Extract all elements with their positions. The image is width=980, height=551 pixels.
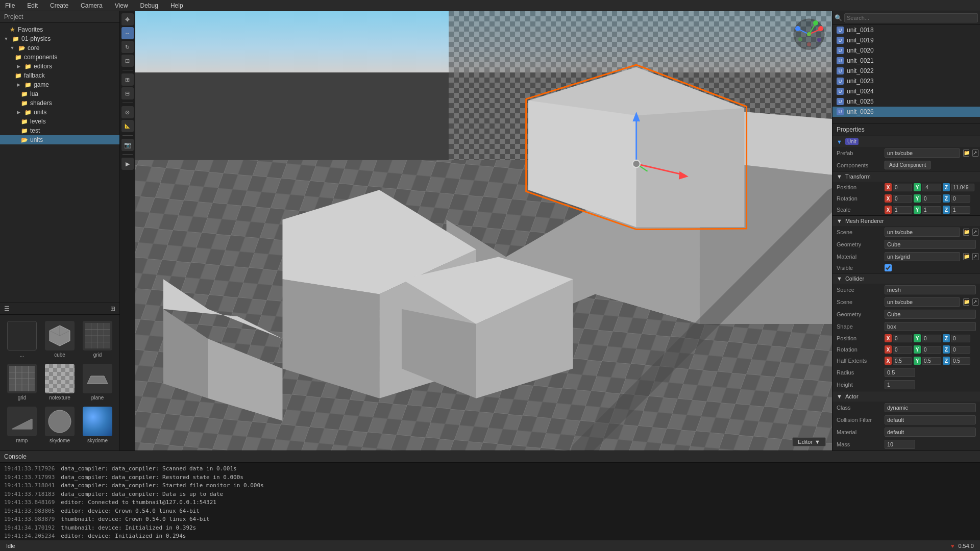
col-scene-input[interactable] bbox=[885, 297, 960, 307]
asset-item-skydome[interactable]: skydome bbox=[42, 405, 78, 445]
asset-grid-icon[interactable]: ⊞ bbox=[110, 305, 115, 312]
scale-x-input[interactable] bbox=[893, 206, 912, 214]
tool-move[interactable]: ↔ bbox=[121, 27, 134, 39]
mr-geometry-select[interactable]: Cube bbox=[885, 240, 976, 249]
col-rot-z[interactable] bbox=[951, 346, 970, 354]
prop-section-transform-header[interactable]: ▼ Transform bbox=[832, 171, 980, 182]
menu-file[interactable]: File bbox=[2, 1, 18, 10]
rotation-x-input[interactable] bbox=[893, 195, 912, 203]
mr-visible-checkbox[interactable] bbox=[885, 264, 892, 271]
col-he-z[interactable] bbox=[951, 357, 970, 365]
tree-shaders[interactable]: 📁 shaders bbox=[0, 98, 119, 108]
tool-grid-small[interactable]: ⊟ bbox=[121, 87, 134, 99]
col-scene-link-icon[interactable]: ↗ bbox=[972, 298, 978, 306]
scene-item-unit0021[interactable]: U unit_0021 bbox=[832, 56, 980, 66]
tree-lua[interactable]: 📁 lua bbox=[0, 89, 119, 98]
prefab-input[interactable] bbox=[885, 148, 960, 158]
asset-item-plane[interactable]: plane bbox=[80, 362, 115, 403]
menu-debug[interactable]: Debug bbox=[137, 1, 161, 10]
tree-01-physics[interactable]: ▼ 📁 01-physics bbox=[0, 34, 119, 43]
scene-item-unit0022[interactable]: U unit_0022 bbox=[832, 66, 980, 76]
tree-units-parent[interactable]: ▶ 📁 units bbox=[0, 108, 119, 117]
mr-scene-folder-icon[interactable]: 📁 bbox=[963, 229, 969, 236]
asset-item-notexture[interactable]: notexture bbox=[42, 362, 78, 403]
actor-material-select[interactable]: default bbox=[885, 428, 976, 437]
col-he-y[interactable] bbox=[922, 357, 941, 365]
scale-z-input[interactable] bbox=[951, 206, 970, 214]
tree-levels[interactable]: 📁 levels bbox=[0, 117, 119, 126]
prop-section-unit-header[interactable]: ▼ Unit bbox=[832, 136, 980, 147]
tree-core[interactable]: ▼ 📂 core bbox=[0, 43, 119, 53]
col-pos-y[interactable] bbox=[922, 335, 941, 342]
prefab-link-icon[interactable]: ↗ bbox=[972, 149, 978, 157]
tool-scale[interactable]: ⊡ bbox=[121, 55, 134, 67]
tree-test[interactable]: 📁 test bbox=[0, 126, 119, 135]
tool-snap[interactable]: ⊘ bbox=[121, 106, 134, 118]
editor-mode-button[interactable]: Editor ▼ bbox=[792, 437, 826, 446]
scene-item-unit0026[interactable]: U unit_0026 bbox=[832, 107, 980, 117]
col-pos-z[interactable] bbox=[951, 335, 970, 342]
col-pos-x[interactable] bbox=[893, 335, 912, 342]
mr-scene-link-icon[interactable]: ↗ bbox=[972, 229, 978, 236]
rotation-y-input[interactable] bbox=[922, 195, 941, 203]
asset-list-icon[interactable]: ☰ bbox=[4, 305, 10, 312]
menu-create[interactable]: Create bbox=[47, 1, 71, 10]
scene-item-unit0018[interactable]: U unit_0018 bbox=[832, 25, 980, 35]
scene-item-unit0020[interactable]: U unit_0020 bbox=[832, 45, 980, 56]
tree-units-selected[interactable]: 📂 units bbox=[0, 135, 119, 144]
position-z-input[interactable] bbox=[951, 184, 974, 191]
asset-item-empty[interactable]: ... bbox=[4, 319, 40, 360]
tree-game[interactable]: ▶ 📁 game bbox=[0, 80, 119, 89]
mr-scene-input[interactable] bbox=[885, 228, 960, 237]
tool-magnet[interactable]: 📐 bbox=[121, 120, 134, 132]
actor-mass-input[interactable] bbox=[885, 440, 915, 449]
prop-section-collider-header[interactable]: ▼ Collider bbox=[832, 273, 980, 284]
prefab-folder-icon[interactable]: 📁 bbox=[963, 149, 969, 157]
menu-camera[interactable]: Camera bbox=[78, 1, 106, 10]
actor-collision-select[interactable]: default bbox=[885, 415, 976, 424]
col-radius-input[interactable] bbox=[885, 368, 915, 377]
scene-item-unit0024[interactable]: U unit_0024 bbox=[832, 86, 980, 96]
asset-item-cube[interactable]: cube bbox=[42, 319, 78, 360]
tool-rotate[interactable]: ↻ bbox=[121, 41, 134, 53]
menu-edit[interactable]: Edit bbox=[24, 1, 41, 10]
col-scene-folder-icon[interactable]: 📁 bbox=[963, 298, 969, 306]
tree-fallback[interactable]: 📁 fallback bbox=[0, 71, 119, 80]
scene-item-unit0023[interactable]: U unit_0023 bbox=[832, 76, 980, 86]
actor-class-select[interactable]: dynamic bbox=[885, 403, 976, 412]
asset-item-grid[interactable]: grid bbox=[80, 319, 115, 360]
add-component-button[interactable]: Add Component bbox=[885, 161, 930, 169]
viewport[interactable]: Editor ▼ bbox=[135, 11, 832, 450]
scene-search-input[interactable] bbox=[844, 13, 978, 22]
col-rot-y[interactable] bbox=[922, 346, 941, 354]
asset-item-ramp[interactable]: ramp bbox=[4, 405, 40, 445]
col-height-input[interactable] bbox=[885, 380, 915, 389]
position-y-input[interactable] bbox=[922, 184, 941, 191]
col-he-x[interactable] bbox=[893, 357, 912, 365]
tool-camera[interactable]: 📷 bbox=[121, 139, 134, 151]
asset-item-grid2[interactable]: grid bbox=[4, 362, 40, 403]
col-rot-x[interactable] bbox=[893, 346, 912, 354]
tree-favorites[interactable]: ★ Favorites bbox=[0, 25, 119, 34]
tree-editors[interactable]: ▶ 📁 editors bbox=[0, 62, 119, 71]
prop-section-mr-header[interactable]: ▼ Mesh Renderer bbox=[832, 216, 980, 226]
prop-section-actor-header[interactable]: ▼ Actor bbox=[832, 391, 980, 402]
asset-item-skydome-blue[interactable]: skydome bbox=[80, 405, 115, 445]
tool-play[interactable]: ▶ bbox=[121, 158, 134, 170]
position-x-input[interactable] bbox=[893, 184, 912, 191]
tool-grid-large[interactable]: ⊞ bbox=[121, 73, 134, 86]
tree-components[interactable]: 📁 components bbox=[0, 53, 119, 62]
mr-material-link-icon[interactable]: ↗ bbox=[972, 253, 978, 260]
rotation-z-input[interactable] bbox=[951, 195, 970, 203]
menu-view[interactable]: View bbox=[112, 1, 131, 10]
menu-help[interactable]: Help bbox=[167, 1, 186, 10]
tool-select[interactable]: ✥ bbox=[121, 13, 134, 26]
scene-item-unit0019[interactable]: U unit_0019 bbox=[832, 35, 980, 45]
scene-item-unit0025[interactable]: U unit_0025 bbox=[832, 96, 980, 107]
col-shape-select[interactable]: box bbox=[885, 322, 976, 331]
scale-y-input[interactable] bbox=[922, 206, 941, 214]
col-geometry-select[interactable]: Cube bbox=[885, 310, 976, 319]
mr-material-folder-icon[interactable]: 📁 bbox=[963, 253, 969, 260]
mr-material-input[interactable] bbox=[885, 252, 960, 261]
col-source-select[interactable]: mesh bbox=[885, 285, 976, 294]
